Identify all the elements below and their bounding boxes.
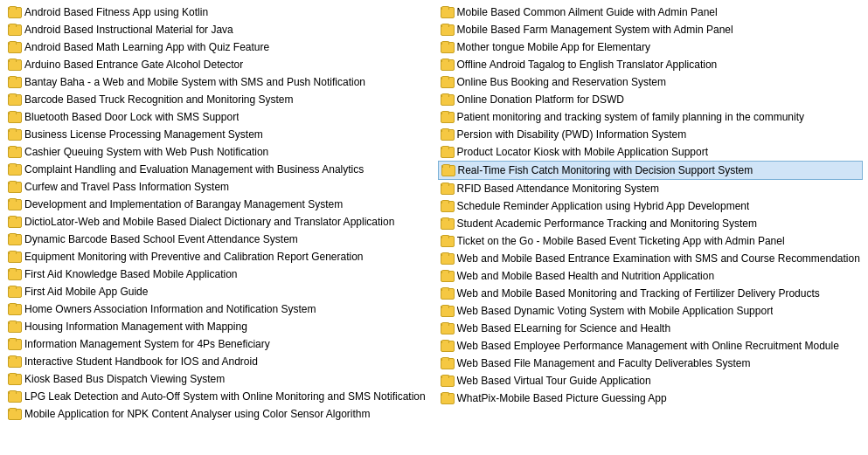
list-item[interactable]: Home Owners Association Information and … <box>5 300 431 318</box>
folder-icon <box>440 183 454 195</box>
folder-icon <box>7 111 21 123</box>
item-label: Web Based Employee Performance Managemen… <box>457 338 839 354</box>
list-item[interactable]: Web and Mobile Based Monitoring and Trac… <box>438 285 864 302</box>
folder-icon <box>7 181 21 193</box>
list-item[interactable]: Offline Android Tagalog to English Trans… <box>438 56 864 73</box>
folder-icon <box>7 6 21 18</box>
folder-icon <box>440 128 454 141</box>
list-item[interactable]: Dynamic Barcode Based School Event Atten… <box>5 231 431 248</box>
list-item[interactable]: Barcode Based Truck Recognition and Moni… <box>5 91 431 108</box>
list-item[interactable]: Product Locator Kiosk with Mobile Applic… <box>438 143 864 161</box>
folder-icon <box>440 270 454 282</box>
list-item[interactable]: Schedule Reminder Application using Hybr… <box>438 197 864 215</box>
item-label: Real-Time Fish Catch Monitoring with Dec… <box>458 162 753 178</box>
list-item[interactable]: WhatPix-Mobile Based Picture Guessing Ap… <box>438 390 864 407</box>
item-label: Bantay Baha - a Web and Mobile System wi… <box>24 74 365 90</box>
folder-icon <box>7 233 21 245</box>
item-label: First Aid Mobile App Guide <box>24 284 148 300</box>
item-label: Arduino Based Entrance Gate Alcohol Dete… <box>24 57 243 72</box>
item-label: Web and Mobile Based Entrance Examinatio… <box>457 251 860 266</box>
item-label: Schedule Reminder Application using Hybr… <box>457 198 750 214</box>
list-item[interactable]: Equipment Monitoring with Preventive and… <box>5 248 431 265</box>
list-item[interactable]: DictioLator-Web and Mobile Based Dialect… <box>5 213 431 231</box>
item-label: DictioLator-Web and Mobile Based Dialect… <box>24 214 394 230</box>
item-label: Barcode Based Truck Recognition and Moni… <box>24 92 294 107</box>
list-item[interactable]: Housing Information Management with Mapp… <box>5 318 431 335</box>
folder-icon <box>440 24 454 36</box>
folder-icon <box>7 373 21 385</box>
folder-icon <box>440 357 454 369</box>
list-item[interactable]: Interactive Student Handbook for IOS and… <box>5 353 431 370</box>
list-item[interactable]: Bluetooth Based Door Lock with SMS Suppo… <box>5 108 431 126</box>
list-item[interactable]: Web and Mobile Based Health and Nutritio… <box>438 267 864 285</box>
list-item[interactable]: First Aid Knowledge Based Mobile Applica… <box>5 265 431 283</box>
item-label: Web and Mobile Based Monitoring and Trac… <box>457 286 820 301</box>
list-item[interactable]: Bantay Baha - a Web and Mobile System wi… <box>5 73 431 91</box>
item-label: WhatPix-Mobile Based Picture Guessing Ap… <box>457 390 667 406</box>
item-label: Online Bus Booking and Reservation Syste… <box>457 74 666 90</box>
list-item[interactable]: Android Based Instructional Material for… <box>5 21 431 38</box>
item-label: Home Owners Association Information and … <box>24 301 316 317</box>
list-item[interactable]: Web Based Virtual Tour Guide Application <box>438 372 864 390</box>
item-label: Android Based Math Learning App with Qui… <box>24 39 269 55</box>
list-item[interactable]: Information Management System for 4Ps Be… <box>5 335 431 353</box>
list-item[interactable]: Persion with Disability (PWD) Informatio… <box>438 126 864 143</box>
item-label: Cashier Queuing System with Web Push Not… <box>24 144 268 160</box>
list-item[interactable]: Business License Processing Management S… <box>5 126 431 143</box>
item-label: Persion with Disability (PWD) Informatio… <box>457 127 687 142</box>
list-item[interactable]: LPG Leak Detection and Auto-Off System w… <box>5 388 431 405</box>
list-item[interactable]: RFID Based Attendance Monitoring System <box>438 180 864 197</box>
item-label: Patient monitoring and tracking system o… <box>457 109 805 125</box>
folder-icon <box>440 340 454 352</box>
list-item[interactable]: Android Based Math Learning App with Qui… <box>5 38 431 56</box>
list-item[interactable]: Patient monitoring and tracking system o… <box>438 108 864 126</box>
list-item[interactable]: Android Based Fitness App using Kotlin <box>5 3 431 21</box>
list-item[interactable]: Online Donation Platform for DSWD <box>438 91 864 108</box>
folder-icon <box>7 163 21 176</box>
left-column: Android Based Fitness App using KotlinAn… <box>2 3 434 423</box>
item-label: Offline Android Tagalog to English Trans… <box>457 57 718 72</box>
folder-icon <box>440 375 454 387</box>
folder-icon <box>7 41 21 53</box>
item-label: LPG Leak Detection and Auto-Off System w… <box>24 389 426 404</box>
list-item[interactable]: Mobile Based Common Ailment Guide with A… <box>438 3 864 21</box>
list-item[interactable]: Arduino Based Entrance Gate Alcohol Dete… <box>5 56 431 73</box>
list-item[interactable]: Student Academic Performance Tracking an… <box>438 215 864 232</box>
item-label: Android Based Instructional Material for… <box>24 22 233 38</box>
list-item[interactable]: Web Based ELearning for Science and Heal… <box>438 320 864 337</box>
folder-icon <box>7 128 21 141</box>
list-item[interactable]: Mobile Application for NPK Content Analy… <box>5 405 431 423</box>
folder-icon <box>7 408 21 420</box>
list-item[interactable]: Mother tongue Mobile App for Elementary <box>438 38 864 56</box>
folder-icon <box>7 303 21 315</box>
list-item[interactable]: Online Bus Booking and Reservation Syste… <box>438 73 864 91</box>
folder-icon <box>7 76 21 88</box>
list-item[interactable]: Mobile Based Farm Management System with… <box>438 21 864 38</box>
list-item[interactable]: Development and Implementation of Barang… <box>5 196 431 213</box>
folder-icon <box>7 355 21 368</box>
list-item[interactable]: Kiosk Based Bus Dispatch Viewing System <box>5 370 431 388</box>
list-item[interactable]: Real-Time Fish Catch Monitoring with Dec… <box>438 161 864 180</box>
folder-icon <box>440 305 454 317</box>
list-item[interactable]: First Aid Mobile App Guide <box>5 283 431 300</box>
item-label: Mobile Based Farm Management System with… <box>457 22 733 38</box>
list-item[interactable]: Web Based Dynamic Voting System with Mob… <box>438 302 864 320</box>
folder-icon <box>440 59 454 71</box>
item-label: Curfew and Travel Pass Information Syste… <box>24 179 229 195</box>
folder-icon <box>440 322 454 334</box>
list-item[interactable]: Complaint Handling and Evaluation Manage… <box>5 161 431 178</box>
item-label: Web Based Virtual Tour Guide Application <box>457 373 651 389</box>
folder-icon <box>7 24 21 36</box>
list-item[interactable]: Web Based File Management and Faculty De… <box>438 355 864 372</box>
list-item[interactable]: Cashier Queuing System with Web Push Not… <box>5 143 431 161</box>
list-item[interactable]: Web Based Employee Performance Managemen… <box>438 337 864 355</box>
list-item[interactable]: Web and Mobile Based Entrance Examinatio… <box>438 250 864 267</box>
list-item[interactable]: Ticket on the Go - Mobile Based Event Ti… <box>438 232 864 250</box>
folder-icon <box>440 217 454 230</box>
folder-icon <box>440 111 454 123</box>
folder-icon <box>440 235 454 247</box>
item-label: Mobile Application for NPK Content Analy… <box>24 406 371 422</box>
list-item[interactable]: Curfew and Travel Pass Information Syste… <box>5 178 431 196</box>
item-label: Housing Information Management with Mapp… <box>24 319 247 334</box>
folder-icon <box>440 93 454 106</box>
